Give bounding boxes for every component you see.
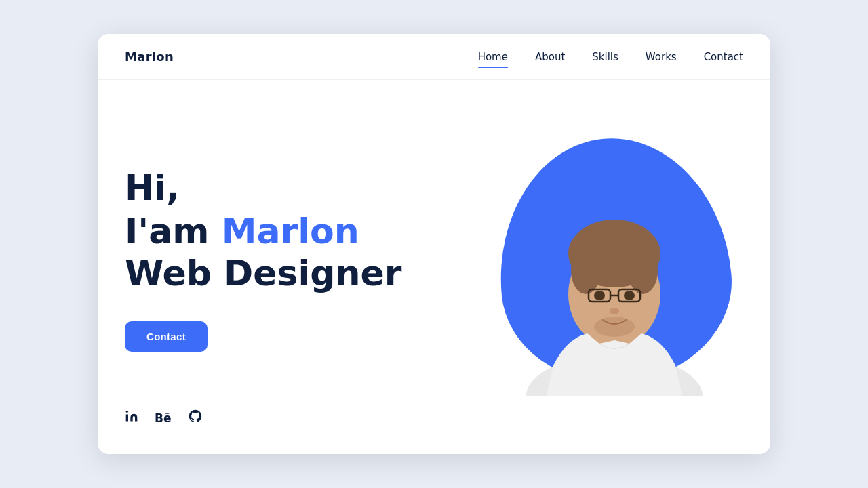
nav-link-contact[interactable]: Contact (704, 51, 743, 66)
behance-icon[interactable]: Bē (155, 411, 172, 425)
svg-rect-13 (126, 415, 128, 422)
main-content: Hi, I'am Marlon Web Designer Contact (98, 80, 770, 454)
github-icon[interactable] (188, 409, 203, 427)
hero-intro: I'am Marlon (125, 210, 464, 252)
nav-link-home[interactable]: Home (478, 51, 508, 66)
nav-links: Home About Skills Works Contact (478, 50, 743, 63)
nav-link-works[interactable]: Works (646, 51, 677, 66)
navbar: Marlon Home About Skills Works Contact (98, 34, 770, 80)
social-icons: Bē (125, 409, 203, 427)
svg-point-12 (594, 317, 635, 337)
browser-window: Marlon Home About Skills Works Contact H… (98, 34, 770, 454)
nav-item-home[interactable]: Home (478, 50, 508, 63)
contact-button[interactable]: Contact (125, 321, 208, 352)
svg-point-5 (628, 247, 658, 294)
svg-point-14 (126, 411, 128, 413)
nav-item-about[interactable]: About (535, 50, 565, 63)
blob-container (492, 138, 736, 396)
nav-link-skills[interactable]: Skills (592, 51, 618, 66)
svg-point-11 (610, 308, 619, 314)
person-svg (513, 165, 716, 396)
linkedin-icon[interactable] (125, 409, 138, 426)
hero-image-area (486, 107, 743, 427)
svg-point-10 (624, 291, 635, 300)
hero-name: Marlon (222, 211, 359, 251)
svg-point-4 (571, 247, 601, 294)
svg-point-9 (594, 291, 605, 300)
hero-role: Web Designer (125, 252, 464, 294)
hero-intro-text: I'am (125, 211, 222, 251)
nav-item-contact[interactable]: Contact (704, 50, 743, 63)
person-image (513, 159, 716, 396)
nav-item-works[interactable]: Works (646, 50, 677, 63)
nav-item-skills[interactable]: Skills (592, 50, 618, 63)
hero-greeting: Hi, (125, 169, 464, 207)
brand-name[interactable]: Marlon (125, 49, 174, 64)
nav-link-about[interactable]: About (535, 51, 565, 66)
hero-text: Hi, I'am Marlon Web Designer Contact (125, 169, 464, 352)
